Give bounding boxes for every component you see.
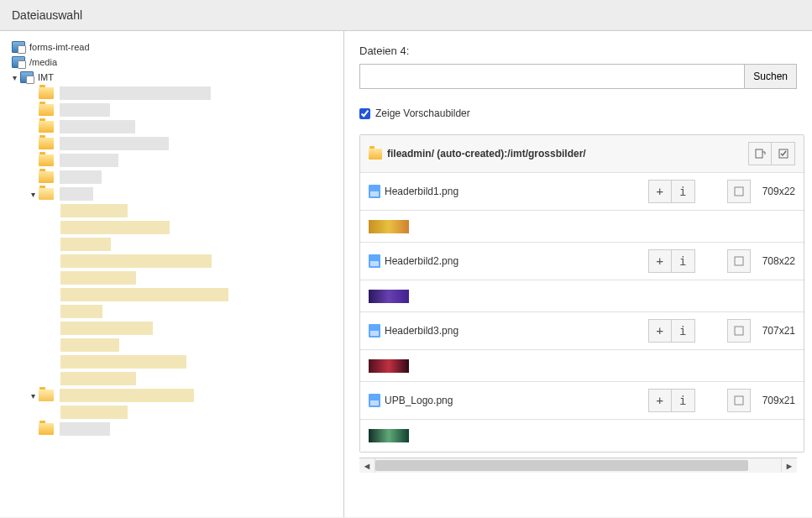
thumbnail-row [360,420,804,452]
folder-icon [369,149,382,160]
svg-rect-4 [735,327,743,335]
tree-label: IMT [38,72,54,82]
folder-icon [39,87,54,99]
search-row: Suchen [359,64,797,89]
file-name: Headerbild3.png [385,325,648,337]
tree-folder[interactable] [0,286,343,303]
folder-tree: forms-imt-read /media ▾ IMT ▾ ▾ [0,31,344,517]
tree-folder[interactable] [0,135,343,152]
tree-folder[interactable] [0,303,343,320]
file-row[interactable]: Headerbild1.png + i 709x22 [360,173,804,211]
add-file-button[interactable]: + [648,319,672,343]
chevron-down-icon[interactable]: ▾ [10,73,18,82]
image-file-icon [369,254,380,268]
folder-icon [39,104,54,116]
image-file-icon [369,185,380,198]
window-title: Dateiauswahl [0,0,812,31]
file-name: Headerbild1.png [385,186,648,197]
file-row[interactable]: Headerbild3.png + i 707x21 [360,312,804,350]
file-dimensions: 709x22 [762,186,795,197]
tree-folder-expanded[interactable]: ▾ [0,387,343,404]
thumbnail-row [360,280,804,312]
thumbnail-image [369,290,409,303]
svg-rect-0 [756,149,762,158]
select-checkbox[interactable] [727,249,751,273]
scroll-right-icon[interactable]: ► [782,461,797,471]
svg-rect-3 [735,257,743,265]
select-checkbox[interactable] [727,389,751,412]
path-header: fileadmin/ (auto-created):/imt/grossbild… [360,135,804,173]
tree-folder[interactable] [0,421,343,437]
tree-folder[interactable] [0,85,343,102]
select-checkbox[interactable] [727,180,751,203]
select-all-button[interactable] [772,142,795,165]
tree-storage-imt[interactable]: ▾ IMT [0,70,343,85]
search-input[interactable] [359,64,745,89]
folder-icon [39,423,54,435]
image-file-icon [369,394,380,407]
tree-folder[interactable] [0,118,343,135]
scroll-left-icon[interactable]: ◄ [359,461,375,471]
tree-folder[interactable] [0,253,343,269]
tree-folder[interactable] [0,102,343,118]
tree-folder[interactable] [0,219,343,236]
file-row[interactable]: Headerbild2.png + i 708x22 [360,243,804,280]
info-button[interactable]: i [672,389,695,412]
tree-folder[interactable] [0,353,343,370]
horizontal-scrollbar[interactable]: ◄ ► [359,458,797,473]
thumbnails-toggle[interactable]: Zeige Vorschaubilder [359,107,797,119]
thumbnail-row [360,350,804,382]
thumbnail-image [369,220,409,233]
tree-folder[interactable] [0,169,343,186]
info-button[interactable]: i [672,249,695,273]
add-file-button[interactable]: + [648,249,672,273]
tree-folder[interactable] [0,152,343,169]
file-dimensions: 709x21 [762,395,795,406]
search-button[interactable]: Suchen [745,64,797,89]
file-row[interactable]: UPB_Logo.png + i 709x21 [360,382,804,420]
thumbnails-label: Zeige Vorschaubilder [375,107,470,119]
content-pane: Dateien 4: Suchen Zeige Vorschaubilder f… [344,31,812,517]
file-count-label: Dateien 4: [359,44,797,57]
file-dimensions: 707x21 [762,325,795,337]
tree-storage-forms[interactable]: forms-imt-read [0,39,343,55]
import-button[interactable] [748,142,772,165]
thumbnail-image [369,359,409,373]
folder-icon [39,154,54,166]
storage-icon [20,71,34,83]
tree-folder[interactable] [0,337,343,353]
path-label: fileadmin/ (auto-created):/imt/grossbild… [387,148,748,160]
file-table: fileadmin/ (auto-created):/imt/grossbild… [359,134,804,453]
add-file-button[interactable]: + [648,180,672,203]
file-dimensions: 708x22 [762,255,795,267]
thumbnail-row [360,211,804,243]
tree-folder[interactable] [0,236,343,253]
svg-rect-5 [735,396,743,405]
tree-folder[interactable] [0,202,343,219]
chevron-down-icon[interactable]: ▾ [29,190,37,199]
tree-folder-expanded[interactable]: ▾ [0,186,343,202]
tree-label: forms-imt-read [29,42,90,52]
folder-open-icon [39,188,54,200]
tree-folder[interactable] [0,269,343,286]
tree-folder[interactable] [0,370,343,387]
tree-folder[interactable] [0,404,343,421]
file-name: UPB_Logo.png [385,395,648,406]
add-file-button[interactable]: + [648,389,672,412]
tree-folder[interactable] [0,320,343,337]
thumbnail-image [369,429,409,442]
file-name: Headerbild2.png [385,255,648,267]
chevron-down-icon[interactable]: ▾ [29,391,37,400]
folder-icon [39,121,54,133]
folder-icon [39,171,54,183]
info-button[interactable]: i [672,319,695,343]
thumbnails-checkbox[interactable] [359,108,370,119]
svg-rect-2 [735,187,743,196]
folder-open-icon [39,390,54,401]
tree-storage-media[interactable]: /media [0,55,343,70]
select-checkbox[interactable] [727,319,751,343]
tree-label: /media [29,57,57,67]
storage-icon [12,56,25,68]
image-file-icon [369,324,380,337]
info-button[interactable]: i [672,180,695,203]
